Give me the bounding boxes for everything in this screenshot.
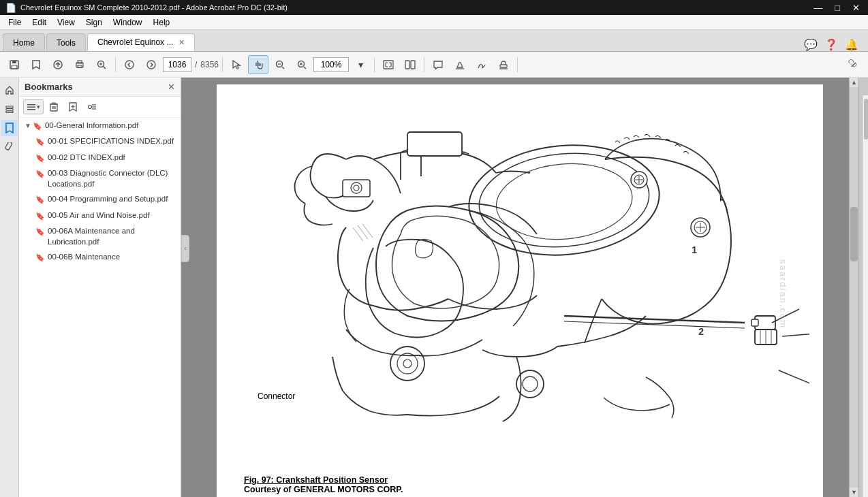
select-tool-button[interactable] <box>226 55 247 74</box>
tab-document[interactable]: Chevrolet Equinox ... ✕ <box>87 33 195 51</box>
highlight-button[interactable] <box>450 55 470 74</box>
menu-view[interactable]: View <box>52 16 80 29</box>
sidebar-home-icon[interactable] <box>1 82 18 98</box>
enhance-button[interactable] <box>91 55 112 74</box>
menu-help[interactable]: Help <box>148 16 176 29</box>
minimize-button[interactable]: — <box>811 3 825 13</box>
notification-icon[interactable]: 🔔 <box>845 38 858 51</box>
hand-tool-button[interactable] <box>248 55 268 74</box>
delete-bookmark-button[interactable] <box>45 99 63 114</box>
toolbar: / 8356 ▾ <box>0 52 868 78</box>
svg-point-56 <box>403 359 412 368</box>
bookmark-label-3: 00-03 Diagnostic Connector (DLC) Locatio… <box>48 167 176 189</box>
fit-page-button[interactable] <box>378 55 399 74</box>
bookmark-label-5: 00-05 Air and Wind Noise.pdf <box>48 210 176 221</box>
zoom-in-button[interactable] <box>292 55 312 74</box>
bookmark-item-6[interactable]: 🔖 00-06A Maintenance and Lubrication.pdf <box>19 223 181 249</box>
bookmark-item-5[interactable]: 🔖 00-05 Air and Wind Noise.pdf <box>19 208 181 223</box>
tab-home[interactable]: Home <box>3 33 45 51</box>
new-bookmark-button[interactable] <box>64 99 82 114</box>
caption-area: Fig. 97: Crankshaft Position Sensor Cour… <box>237 472 403 497</box>
title-bar: 📄 Chevrolet Equinox SM Complete 2010-201… <box>0 0 868 15</box>
bookmark-item-4[interactable]: 🔖 00-04 Programming and Setup.pdf <box>19 191 181 207</box>
page-total: 8356 <box>200 60 219 69</box>
svg-point-70 <box>523 376 538 391</box>
callout-2: 2 <box>698 326 704 337</box>
bookmark-icon-0: 🔖 <box>33 121 42 131</box>
menu-sign[interactable]: Sign <box>80 16 108 29</box>
pdf-area[interactable]: 1 2 <box>181 78 858 497</box>
link-button[interactable] <box>843 55 864 74</box>
bookmark-button[interactable] <box>26 55 46 74</box>
svg-point-40 <box>89 106 92 109</box>
svg-line-14 <box>282 67 284 69</box>
svg-point-12 <box>147 61 155 69</box>
svg-rect-58 <box>751 319 758 326</box>
separator-1 <box>115 57 116 72</box>
sidebar-attachments-icon[interactable] <box>1 139 18 155</box>
svg-point-44 <box>465 138 664 263</box>
chat-icon[interactable]: 💬 <box>804 38 818 51</box>
bookmark-item-1[interactable]: 🔖 00-01 SPECIFICATIONS INDEX.pdf <box>19 133 181 149</box>
tab-close-button[interactable]: ✕ <box>179 38 185 47</box>
comment-button[interactable] <box>428 55 448 74</box>
menu-edit[interactable]: Edit <box>27 16 52 29</box>
bookmark-group-0[interactable]: ▼ 🔖 00-General Information.pdf <box>19 118 181 133</box>
svg-rect-30 <box>27 104 35 106</box>
close-button[interactable]: ✕ <box>850 3 863 13</box>
svg-rect-27 <box>6 106 13 108</box>
sidebar-icons <box>0 78 19 497</box>
scroll-track[interactable] <box>850 87 858 487</box>
title-bar-text: Chevrolet Equinox SM Complete 2010-2012.… <box>20 3 288 12</box>
collapse-handle[interactable]: ‹ <box>181 235 189 262</box>
separator-2 <box>222 57 223 72</box>
pdf-page: 1 2 <box>217 84 823 497</box>
svg-rect-21 <box>405 61 409 69</box>
sidebar-bookmarks-icon[interactable] <box>1 120 18 136</box>
prev-page-button[interactable] <box>119 55 140 74</box>
reading-mode-button[interactable] <box>400 55 420 74</box>
bookmarks-close-button[interactable]: ✕ <box>168 82 175 92</box>
signature-button[interactable] <box>471 55 492 74</box>
zoom-out-button[interactable] <box>270 55 290 74</box>
scroll-down-arrow[interactable]: ▼ <box>850 487 858 497</box>
svg-rect-20 <box>384 61 393 69</box>
save-button[interactable] <box>4 55 25 74</box>
maximize-button[interactable]: □ <box>832 3 843 13</box>
zoom-dropdown-button[interactable]: ▾ <box>350 55 371 74</box>
menu-window[interactable]: Window <box>108 16 148 29</box>
scroll-bar[interactable]: ▲ ▼ <box>849 78 858 497</box>
bookmark-icon-3: 🔖 <box>35 169 45 179</box>
bookmark-item-2[interactable]: 🔖 00-02 DTC INDEX.pdf <box>19 150 181 165</box>
bookmark-icon-6: 🔖 <box>35 227 45 237</box>
separator-3 <box>374 57 375 72</box>
menu-file[interactable]: File <box>3 16 27 29</box>
connector-label: Connector <box>258 391 295 401</box>
zoom-input[interactable] <box>313 57 349 72</box>
sidebar-layers-icon[interactable] <box>1 101 18 117</box>
svg-rect-24 <box>500 65 507 67</box>
bookmark-item-7[interactable]: 🔖 00-06B Maintenance <box>19 249 181 265</box>
bookmarks-title: Bookmarks <box>25 82 73 92</box>
svg-line-76 <box>362 224 373 238</box>
help-icon[interactable]: ❓ <box>824 38 838 51</box>
scroll-up-arrow[interactable]: ▲ <box>850 78 858 87</box>
scroll-thumb[interactable] <box>850 207 858 261</box>
svg-rect-1 <box>12 61 16 63</box>
bookmark-icon-5: 🔖 <box>35 211 45 221</box>
bookmark-label-6: 00-06A Maintenance and Lubrication.pdf <box>48 225 176 247</box>
tab-bar: Home Tools Chevrolet Equinox ... ✕ 💬 ❓ 🔔 <box>0 30 868 52</box>
bookmarks-options-dropdown[interactable]: ▾ <box>23 99 44 114</box>
print-button[interactable] <box>69 55 90 74</box>
svg-line-8 <box>104 66 106 69</box>
bookmark-item-3[interactable]: 🔖 00-03 Diagnostic Connector (DLC) Locat… <box>19 165 181 191</box>
stamp-button[interactable] <box>493 55 514 74</box>
page-number-input[interactable] <box>163 57 191 72</box>
bookmark-view-button[interactable] <box>83 99 101 114</box>
tab-tools[interactable]: Tools <box>46 33 86 51</box>
upload-button[interactable] <box>48 55 68 74</box>
next-page-button[interactable] <box>141 55 161 74</box>
pdf-content: 1 2 <box>217 84 823 497</box>
bookmark-icon-7: 🔖 <box>35 253 45 263</box>
bookmark-icon-4: 🔖 <box>35 195 45 205</box>
